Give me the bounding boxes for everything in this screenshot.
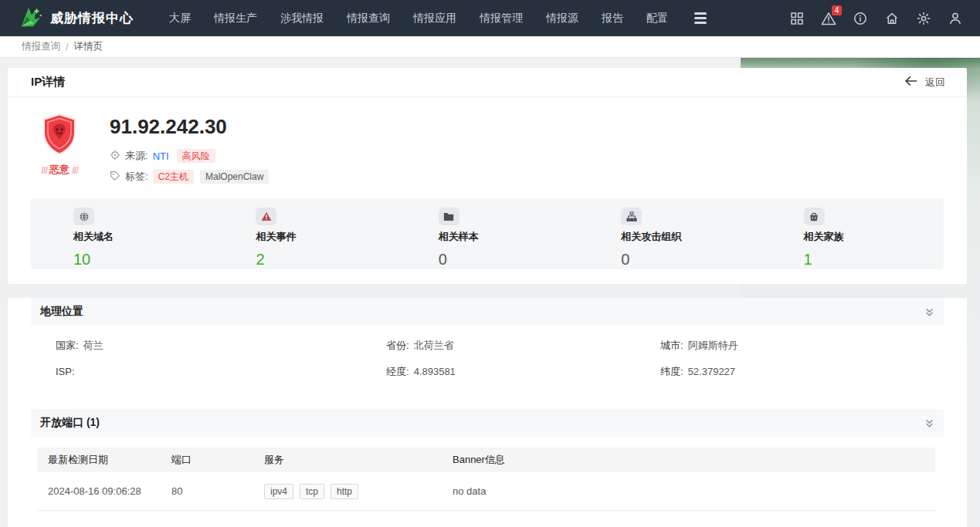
geo-fields: 国家:荷兰省份:北荷兰省城市:阿姆斯特丹ISP:经度:4.893581纬度:52… [56,338,944,380]
page-title: IP详情 [31,75,65,90]
alert-triangle-icon [256,208,276,225]
stat-label: 相关样本 [439,230,578,244]
cell-services: ipv4tcphttp [253,484,442,499]
nav-item-6[interactable]: 情报源 [546,12,578,25]
geo-field: 省份:北荷兰省 [386,338,660,353]
stat-item-0[interactable]: 相关域名10 [31,208,213,269]
threat-verdict: /// 恶意 /// [29,113,90,198]
breadcrumb-item-current: 详情页 [73,40,103,53]
info-circle-icon[interactable] [853,11,868,26]
geo-section-title: 地理位置 [40,305,83,319]
column-header: 最新检测日期 [37,453,161,467]
stat-item-2[interactable]: 相关样本0 [396,208,578,269]
alert-count-badge: 4 [832,5,842,15]
geo-field: 城市:阿姆斯特丹 [660,338,944,353]
navbar-actions: 4 [789,11,963,26]
back-button[interactable]: 返回 [904,75,945,90]
nav-item-5[interactable]: 情报管理 [480,12,523,25]
geo-field-label: 城市: [660,338,683,353]
source-link[interactable]: NTI [153,150,169,162]
nav-item-7[interactable]: 报告 [602,12,623,25]
ip-tag: C2主机 [153,170,194,184]
geo-field-label: 国家: [56,338,79,353]
column-header: 端口 [161,453,253,467]
stat-value: 10 [73,251,213,269]
nav-item-0[interactable]: 大屏 [169,12,191,25]
cell-port: 80 [161,485,253,497]
card-header: IP详情 返回 [8,68,967,97]
apps-grid-icon[interactable] [789,11,805,26]
malicious-shield-icon [40,144,79,157]
service-chip: ipv4 [264,484,293,499]
tag-list: C2主机MalOpenClaw [153,170,270,184]
nav-item-8[interactable]: 配置 [646,12,668,25]
ip-summary: /// 恶意 /// 91.92.242.30 来源: NTI [8,97,967,198]
ports-table-header: 最新检测日期端口服务Banner信息 [37,448,935,472]
stat-item-3[interactable]: 相关攻击组织0 [578,208,761,269]
stat-value: 2 [256,251,395,269]
ports-table-body: 2024-08-16 09:06:2880ipv4tcphttpno data [37,472,935,511]
source-row: 来源: NTI 高风险 [110,149,269,163]
user-icon[interactable] [948,11,963,26]
stat-value: 1 [804,251,944,269]
geo-field-value: 荷兰 [83,338,103,353]
brand-logo-icon [17,5,43,32]
stat-item-4[interactable]: 相关家族1 [761,208,944,269]
related-stats-band: 相关域名10相关事件2相关样本0相关攻击组织0相关家族1 [31,198,944,269]
column-header: Banner信息 [442,453,935,467]
stat-value: 0 [439,251,578,269]
geo-section-header: 地理位置 [31,298,944,326]
stat-label: 相关攻击组织 [621,230,761,244]
details-card: 地理位置 国家:荷兰省份:北荷兰省城市:阿姆斯特丹ISP:经度:4.893581… [8,298,967,527]
brand[interactable]: 威胁情报中心 [17,5,134,32]
scope-icon [110,150,120,163]
stat-label: 相关事件 [256,230,395,244]
back-label: 返回 [925,76,945,90]
breadcrumb-item[interactable]: 情报查询 [22,40,60,53]
folder-icon [439,208,459,225]
content: IP详情 返回 [0,68,980,527]
geo-field: ISP: [56,364,386,380]
ip-info: 91.92.242.30 来源: NTI 高风险 [110,113,269,198]
stat-label: 相关域名 [73,230,213,244]
nav-item-3[interactable]: 情报查询 [347,12,390,25]
home-icon[interactable] [884,11,900,26]
nav-item-4[interactable]: 情报应用 [413,12,456,25]
service-chip: tcp [300,484,324,499]
top-navbar: 威胁情报中心 大屏情报生产涉我情报情报查询情报应用情报管理情报源报告配置 4 [0,0,980,36]
cell-date: 2024-08-16 09:06:28 [37,485,161,497]
risk-tag: 高风险 [177,149,215,163]
geo-field: 纬度:52.379227 [660,364,944,380]
breadcrumb-separator: / [66,42,68,52]
stat-item-1[interactable]: 相关事件2 [213,208,395,269]
main-nav: 大屏情报生产涉我情报情报查询情报应用情报管理情报源报告配置 [169,12,668,25]
geo-field-label: 经度: [386,364,409,380]
nav-item-2[interactable]: 涉我情报 [280,12,324,25]
tags-row: 标签: C2主机MalOpenClaw [110,170,269,184]
back-arrow-icon [904,75,918,90]
globe-icon [73,208,94,225]
breadcrumb: 情报查询 / 详情页 [0,36,980,58]
family-icon [804,208,825,225]
geo-field-value: 52.379227 [688,364,735,380]
collapse-chevron-icon[interactable] [924,418,934,428]
menu-collapse-icon[interactable] [694,12,707,24]
tags-label: 标签: [125,170,148,184]
stat-value: 0 [621,251,761,269]
ports-section-header: 开放端口 (1) [31,409,944,437]
cell-banner: no data [442,485,935,497]
alert-triangle-icon[interactable]: 4 [821,11,836,26]
geo-field: 经度:4.893581 [386,364,660,380]
service-chip: http [331,484,358,499]
collapse-chevron-icon[interactable] [924,307,934,317]
org-chart-icon [621,208,642,225]
nav-item-1[interactable]: 情报生产 [214,12,257,25]
column-header: 服务 [253,453,442,467]
stat-label: 相关家族 [804,230,944,244]
geo-field-label: 省份: [386,338,409,353]
brand-title: 威胁情报中心 [50,9,134,27]
malicious-label: /// 恶意 /// [29,163,90,177]
gear-icon[interactable] [916,11,931,26]
geo-field: 国家:荷兰 [56,338,386,353]
geo-field-label: 纬度: [660,364,683,380]
